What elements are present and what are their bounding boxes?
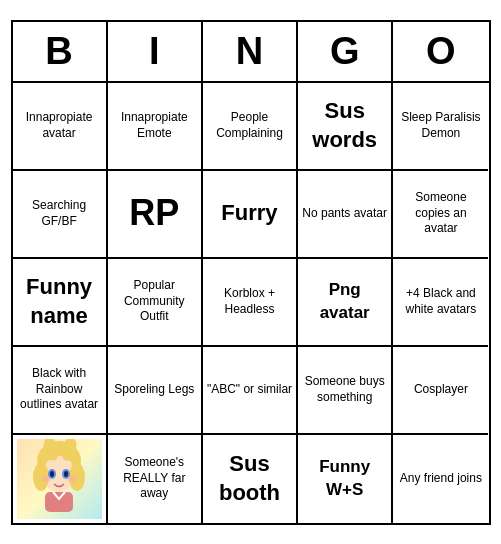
cell-14[interactable]: +4 Black and white avatars (393, 259, 488, 347)
cell-1[interactable]: Innapropiate Emote (108, 83, 203, 171)
cell-text-0: Innapropiate avatar (17, 110, 102, 141)
cell-13[interactable]: Png avatar (298, 259, 393, 347)
cell-text-13: Png avatar (302, 279, 387, 323)
cell-17[interactable]: "ABC" or similar (203, 347, 298, 435)
cell-text-24: Any friend joins (400, 471, 482, 487)
cell-text-5: Searching GF/BF (17, 198, 102, 229)
cell-18[interactable]: Someone buys something (298, 347, 393, 435)
cell-16[interactable]: Sporeling Legs (108, 347, 203, 435)
cell-11[interactable]: Popular Community Outfit (108, 259, 203, 347)
anime-image (17, 439, 102, 519)
cell-text-9: Someone copies an avatar (397, 190, 484, 237)
letter-n: N (203, 22, 298, 81)
cell-20[interactable] (13, 435, 108, 523)
cell-text-15: Black with Rainbow outlines avatar (17, 366, 102, 413)
cell-6[interactable]: RP (108, 171, 203, 259)
cell-10[interactable]: Funny name (13, 259, 108, 347)
cell-text-11: Popular Community Outfit (112, 278, 197, 325)
cell-text-19: Cosplayer (414, 382, 468, 398)
svg-point-8 (50, 471, 54, 477)
cell-text-6: RP (129, 190, 179, 237)
cell-9[interactable]: Someone copies an avatar (393, 171, 488, 259)
letter-i: I (108, 22, 203, 81)
cell-21[interactable]: Someone's REALLY far away (108, 435, 203, 523)
cell-15[interactable]: Black with Rainbow outlines avatar (13, 347, 108, 435)
cell-text-4: Sleep Paralisis Demon (397, 110, 484, 141)
cell-text-2: People Complaining (207, 110, 292, 141)
cell-3[interactable]: Sus words (298, 83, 393, 171)
cell-text-16: Sporeling Legs (114, 382, 194, 398)
cell-text-1: Innapropiate Emote (112, 110, 197, 141)
cell-text-10: Funny name (17, 273, 102, 330)
bingo-card: B I N G O Innapropiate avatarInnapropiat… (11, 20, 491, 525)
cell-text-17: "ABC" or similar (207, 382, 292, 398)
cell-4[interactable]: Sleep Paralisis Demon (393, 83, 488, 171)
cell-text-23: Funny W+S (302, 456, 387, 500)
cell-text-12: Korblox + Headless (207, 286, 292, 317)
cell-text-22: Sus booth (207, 450, 292, 507)
svg-point-11 (67, 476, 77, 482)
cell-12[interactable]: Korblox + Headless (203, 259, 298, 347)
cell-19[interactable]: Cosplayer (393, 347, 488, 435)
letter-o: O (393, 22, 488, 81)
cell-7[interactable]: Furry (203, 171, 298, 259)
bingo-grid: Innapropiate avatarInnapropiate EmotePeo… (13, 83, 489, 523)
cell-text-8: No pants avatar (302, 206, 387, 222)
cell-0[interactable]: Innapropiate avatar (13, 83, 108, 171)
cell-5[interactable]: Searching GF/BF (13, 171, 108, 259)
cell-text-3: Sus words (302, 97, 387, 154)
cell-2[interactable]: People Complaining (203, 83, 298, 171)
letter-g: G (298, 22, 393, 81)
letter-b: B (13, 22, 108, 81)
svg-point-9 (64, 471, 68, 477)
cell-text-18: Someone buys something (302, 374, 387, 405)
cell-24[interactable]: Any friend joins (393, 435, 488, 523)
cell-text-21: Someone's REALLY far away (112, 455, 197, 502)
svg-point-10 (41, 476, 51, 482)
svg-rect-12 (45, 492, 73, 512)
bingo-header: B I N G O (13, 22, 489, 83)
cell-23[interactable]: Funny W+S (298, 435, 393, 523)
cell-22[interactable]: Sus booth (203, 435, 298, 523)
cell-text-7: Furry (221, 199, 277, 228)
cell-text-14: +4 Black and white avatars (397, 286, 484, 317)
cell-8[interactable]: No pants avatar (298, 171, 393, 259)
